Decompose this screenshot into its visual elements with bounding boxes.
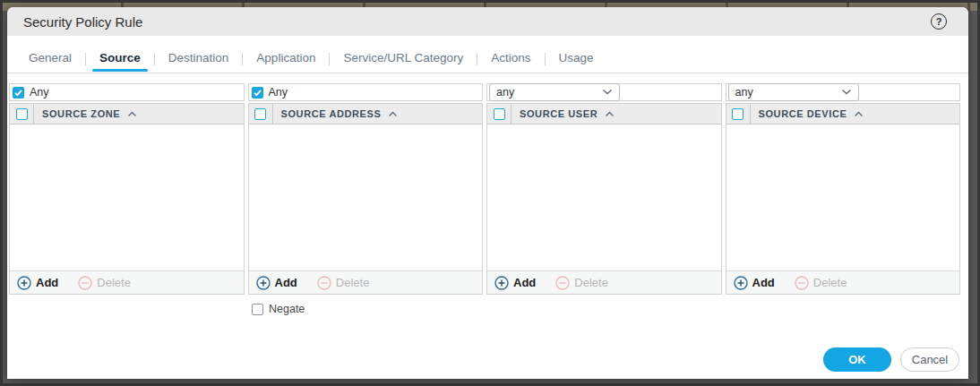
sort-ascending-icon	[854, 111, 864, 117]
delete-user-label: Delete	[574, 276, 608, 289]
header-checkbox-cell	[10, 104, 34, 124]
select-all-users-checkbox[interactable]	[494, 108, 505, 120]
source-address-list-body[interactable]	[249, 124, 483, 270]
header-checkbox-cell	[249, 104, 273, 124]
tab-separator	[242, 53, 243, 65]
delete-device-button[interactable]: Delete	[795, 276, 847, 290]
source-address-column: Any SOURCE ADDRESS	[248, 83, 484, 295]
tab-separator	[154, 53, 155, 65]
add-zone-label: Add	[36, 276, 58, 289]
negate-checkbox[interactable]	[252, 304, 263, 315]
dialog-footer: OK Cancel	[823, 347, 959, 372]
add-address-button[interactable]: Add	[256, 276, 297, 290]
select-all-zones-checkbox[interactable]	[16, 108, 28, 120]
tab-separator	[85, 53, 86, 65]
plus-circle-icon	[256, 276, 271, 290]
tab-actions[interactable]: Actions	[484, 47, 537, 71]
any-address-label: Any	[269, 86, 288, 99]
source-zone-list: SOURCE ZONE Add Delete	[9, 103, 245, 295]
source-zone-header[interactable]: SOURCE ZONE	[10, 104, 244, 124]
minus-circle-icon	[555, 276, 570, 290]
select-all-devices-checkbox[interactable]	[732, 108, 744, 120]
source-device-dropdown-value: any	[735, 86, 753, 99]
help-icon[interactable]: ?	[931, 13, 947, 30]
cancel-button[interactable]: Cancel	[900, 347, 959, 372]
add-zone-button[interactable]: Add	[17, 276, 58, 290]
source-device-dropdown[interactable]: any	[728, 83, 859, 101]
tab-application[interactable]: Application	[249, 47, 322, 71]
delete-address-button[interactable]: Delete	[317, 276, 370, 290]
tab-separator	[477, 53, 477, 65]
ok-button[interactable]: OK	[823, 347, 891, 372]
source-columns: Any SOURCE ZONE	[7, 73, 968, 295]
any-address-row: Any	[248, 83, 484, 101]
source-device-dropdown-row: any	[726, 83, 961, 101]
sort-ascending-icon	[127, 111, 137, 117]
delete-user-button[interactable]: Delete	[555, 276, 608, 290]
delete-zone-button[interactable]: Delete	[78, 276, 131, 290]
source-address-footer: Add Delete	[249, 270, 483, 294]
checkmark-icon	[253, 88, 262, 98]
dialog-titlebar: Security Policy Rule ?	[7, 7, 968, 36]
source-device-list: SOURCE DEVICE Add Delete	[726, 103, 961, 295]
minus-circle-icon	[78, 276, 92, 290]
source-address-header[interactable]: SOURCE ADDRESS	[249, 104, 483, 124]
any-zone-label: Any	[30, 86, 49, 99]
tab-usage[interactable]: Usage	[552, 47, 601, 71]
source-device-header[interactable]: SOURCE DEVICE	[726, 104, 960, 124]
source-address-list: SOURCE ADDRESS Add Delete	[248, 103, 484, 295]
plus-circle-icon	[734, 276, 748, 290]
dialog-title: Security Policy Rule	[23, 14, 142, 30]
add-user-label: Add	[513, 276, 536, 289]
negate-label: Negate	[269, 303, 305, 315]
source-user-header[interactable]: SOURCE USER	[487, 104, 721, 124]
source-user-footer: Add Delete	[487, 270, 721, 294]
minus-circle-icon	[317, 276, 331, 290]
negate-option: Negate	[252, 303, 305, 315]
source-user-column: any SOURCE USER	[486, 83, 722, 295]
security-policy-rule-dialog: Security Policy Rule ? General Source De…	[7, 7, 968, 379]
tab-source[interactable]: Source	[92, 47, 148, 71]
add-user-button[interactable]: Add	[494, 276, 536, 290]
add-device-button[interactable]: Add	[734, 276, 775, 290]
chevron-down-icon	[602, 89, 613, 95]
sort-ascending-icon	[388, 111, 398, 117]
any-zone-checkbox[interactable]	[13, 87, 24, 99]
chevron-down-icon	[841, 89, 852, 95]
any-zone-row: Any	[9, 83, 245, 101]
source-zone-header-label: SOURCE ZONE	[42, 108, 120, 119]
source-zone-list-body[interactable]	[10, 124, 244, 270]
delete-address-label: Delete	[336, 276, 370, 289]
source-user-list: SOURCE USER Add Delete	[486, 103, 722, 295]
header-checkbox-cell	[726, 104, 751, 124]
tab-separator	[545, 53, 546, 65]
source-zone-column: Any SOURCE ZONE	[9, 83, 245, 295]
tab-destination[interactable]: Destination	[161, 47, 236, 71]
select-all-addresses-checkbox[interactable]	[254, 108, 266, 120]
tab-service-url-category[interactable]: Service/URL Category	[336, 47, 470, 71]
add-address-label: Add	[275, 276, 297, 289]
delete-device-label: Delete	[813, 276, 847, 289]
tab-general[interactable]: General	[21, 47, 79, 71]
source-device-list-body[interactable]	[726, 124, 960, 270]
add-device-label: Add	[752, 276, 775, 289]
source-address-header-label: SOURCE ADDRESS	[281, 108, 382, 119]
minus-circle-icon	[795, 276, 809, 290]
tab-bar: General Source Destination Application S…	[21, 47, 968, 72]
plus-circle-icon	[17, 276, 31, 290]
checkmark-icon	[13, 88, 23, 98]
screen-frame: Security Policy Rule ? General Source De…	[0, 0, 980, 386]
tab-separator	[329, 53, 330, 65]
source-user-list-body[interactable]	[487, 124, 721, 270]
any-address-checkbox[interactable]	[252, 87, 263, 99]
source-device-header-label: SOURCE DEVICE	[759, 108, 847, 119]
delete-zone-label: Delete	[97, 276, 131, 289]
source-zone-footer: Add Delete	[10, 270, 244, 294]
source-device-column: any SOURCE DEVICE	[726, 83, 961, 295]
source-user-header-label: SOURCE USER	[520, 108, 597, 119]
source-device-footer: Add Delete	[726, 270, 960, 294]
sort-ascending-icon	[605, 111, 615, 117]
source-user-dropdown[interactable]: any	[489, 83, 620, 101]
plus-circle-icon	[494, 276, 509, 290]
source-user-dropdown-value: any	[496, 86, 514, 99]
